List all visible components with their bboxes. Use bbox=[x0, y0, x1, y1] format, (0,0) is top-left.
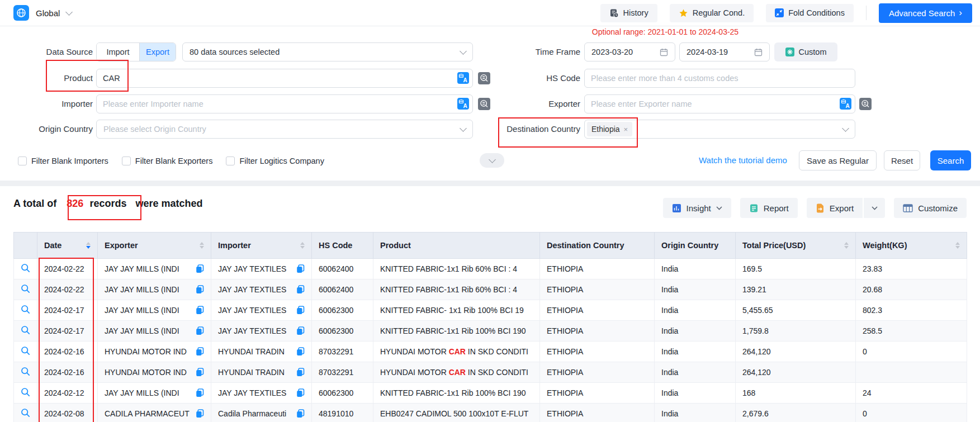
table-row: 2024-02-16HYUNDAI MOTOR INDHYUNDAI TRADI… bbox=[14, 362, 967, 383]
translate-icon[interactable]: A bbox=[457, 72, 469, 84]
filter-item[interactable]: Filter Blank Importers bbox=[18, 157, 108, 165]
table-row: 2024-02-22JAY JAY MILLS (INDIJAY JAY TEX… bbox=[14, 279, 967, 300]
filter-item[interactable]: Filter Logitics Company bbox=[226, 157, 324, 165]
fold-conditions-icon bbox=[775, 8, 784, 17]
calendar-icon[interactable] bbox=[754, 48, 763, 56]
copy-icon[interactable] bbox=[196, 326, 204, 335]
expand-conditions-button[interactable] bbox=[480, 153, 504, 168]
tutorial-link[interactable]: Watch the tutorial demo bbox=[699, 150, 787, 170]
import-toggle[interactable]: Import bbox=[97, 43, 140, 61]
start-date-field[interactable]: 2023-03-20 bbox=[584, 42, 675, 61]
filter-label: Filter Logitics Company bbox=[239, 157, 324, 165]
column-label: Origin Country bbox=[661, 241, 718, 250]
copy-icon[interactable] bbox=[296, 409, 305, 418]
magnifier-icon[interactable] bbox=[21, 408, 30, 418]
brand[interactable]: Global bbox=[13, 5, 72, 21]
copy-icon[interactable] bbox=[196, 388, 204, 397]
customize-button[interactable]: Customize bbox=[894, 198, 967, 218]
exporter-input[interactable] bbox=[584, 94, 855, 113]
custom-range-button[interactable]: Custom bbox=[774, 42, 837, 61]
magnifier-icon[interactable] bbox=[21, 325, 30, 335]
data-source-select[interactable]: 80 data sources selected bbox=[182, 42, 473, 61]
records-table: DateExporterImporterHS CodeProductDestin… bbox=[13, 232, 967, 422]
chevron-down-icon bbox=[460, 125, 467, 132]
filter-item[interactable]: Filter Blank Exporters bbox=[122, 157, 213, 165]
reset-button[interactable]: Reset bbox=[884, 150, 920, 170]
importer-input[interactable] bbox=[96, 94, 473, 113]
magnifier-icon[interactable] bbox=[21, 263, 30, 273]
column-label: Date bbox=[44, 241, 61, 250]
column-label: Total Price(USD) bbox=[742, 241, 806, 250]
regular-cond-button[interactable]: Regular Cond. bbox=[670, 4, 754, 22]
checkbox-icon[interactable] bbox=[226, 157, 235, 165]
cell-exporter: JAY JAY MILLS (INDI bbox=[98, 383, 211, 404]
magnifier-icon[interactable] bbox=[21, 367, 30, 376]
translate-icon[interactable]: A bbox=[457, 98, 469, 110]
cell-exporter: JAY JAY MILLS (INDI bbox=[98, 321, 211, 342]
column-header-total_price[interactable]: Total Price(USD) bbox=[736, 233, 856, 259]
sort-carets-icon[interactable] bbox=[300, 242, 305, 249]
column-header-weight[interactable]: Weight(KG) bbox=[856, 233, 967, 259]
checkbox-icon[interactable] bbox=[18, 157, 27, 165]
calendar-icon[interactable] bbox=[660, 48, 668, 56]
chevron-down-icon bbox=[716, 206, 722, 210]
magnifier-icon[interactable] bbox=[21, 387, 30, 397]
cell-product: KNITTED FABRIC-1x1 Rib 60% BCI : 4 bbox=[373, 279, 540, 300]
magnifier-icon[interactable] bbox=[21, 284, 30, 293]
cell-importer: JAY JAY TEXTILES bbox=[211, 383, 312, 404]
custom-icon bbox=[785, 48, 794, 56]
cell-hs-code: 60062400 bbox=[312, 279, 373, 300]
cell-weight: 23.83 bbox=[856, 259, 967, 279]
copy-icon[interactable] bbox=[196, 306, 204, 315]
region-selector[interactable]: Global bbox=[36, 8, 60, 18]
export-dropdown-button[interactable] bbox=[863, 198, 885, 218]
checkbox-icon[interactable] bbox=[122, 157, 131, 165]
column-header-date[interactable]: Date bbox=[37, 233, 98, 259]
copy-icon[interactable] bbox=[296, 347, 305, 356]
divider bbox=[866, 6, 867, 20]
chevron-down-icon bbox=[489, 156, 496, 163]
column-header-exporter[interactable]: Exporter bbox=[98, 233, 211, 259]
copy-icon[interactable] bbox=[196, 285, 204, 294]
copy-icon[interactable] bbox=[196, 264, 204, 273]
hs-code-input[interactable] bbox=[584, 69, 855, 88]
column-header-importer[interactable]: Importer bbox=[211, 233, 312, 259]
history-button[interactable]: History bbox=[600, 4, 657, 22]
magnifier-icon[interactable] bbox=[21, 305, 30, 314]
copy-icon[interactable] bbox=[296, 388, 305, 397]
insight-button[interactable]: Insight bbox=[663, 198, 731, 218]
fold-conditions-button[interactable]: Fold Conditions bbox=[766, 4, 854, 22]
copy-icon[interactable] bbox=[296, 368, 305, 377]
report-button[interactable]: Report bbox=[740, 198, 798, 218]
export-toggle[interactable]: Export bbox=[140, 43, 176, 61]
destination-country-label: Destination Country bbox=[481, 120, 580, 139]
close-icon[interactable]: × bbox=[624, 125, 628, 134]
copy-icon[interactable] bbox=[296, 264, 305, 273]
sort-carets-icon[interactable] bbox=[200, 242, 204, 249]
origin-country-select[interactable]: Please select Origin Country bbox=[96, 120, 473, 139]
search-button[interactable]: Search bbox=[930, 150, 971, 170]
copy-icon[interactable] bbox=[296, 306, 305, 315]
advanced-search-button[interactable]: Advanced Search › bbox=[879, 3, 972, 23]
export-button[interactable]: Export bbox=[807, 198, 863, 218]
destination-country-select[interactable]: Ethiopia × bbox=[584, 120, 855, 139]
chevron-down-icon[interactable] bbox=[65, 8, 73, 16]
sort-carets-icon[interactable] bbox=[955, 242, 960, 249]
dedup-search-icon[interactable] bbox=[859, 98, 872, 110]
sort-carets-icon[interactable] bbox=[844, 242, 849, 249]
product-input[interactable] bbox=[96, 69, 473, 88]
translate-icon[interactable]: A bbox=[840, 98, 851, 110]
copy-icon[interactable] bbox=[196, 347, 204, 356]
copy-icon[interactable] bbox=[296, 285, 305, 294]
table-row: 2024-02-17JAY JAY MILLS (INDIJAY JAY TEX… bbox=[14, 300, 967, 321]
cell-product: KNITTED FABRIC-1x1 Rib 100% BCI 190 bbox=[373, 383, 540, 404]
copy-icon[interactable] bbox=[196, 409, 204, 418]
copy-icon[interactable] bbox=[296, 326, 305, 335]
sort-carets-icon[interactable] bbox=[86, 242, 91, 249]
save-as-regular-button[interactable]: Save as Regular bbox=[799, 150, 877, 170]
magnifier-icon[interactable] bbox=[21, 346, 30, 355]
end-date-field[interactable]: 2024-03-19 bbox=[679, 42, 770, 61]
copy-icon[interactable] bbox=[196, 368, 204, 377]
importer-field-wrap: A bbox=[96, 94, 473, 113]
cell-hs-code: 87032291 bbox=[312, 362, 373, 383]
